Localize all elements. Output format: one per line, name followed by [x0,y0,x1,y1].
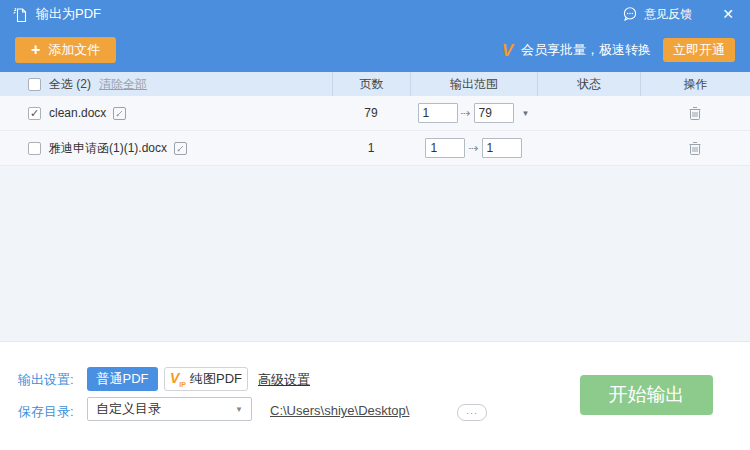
pdf-export-icon [12,6,29,23]
caret-down-icon[interactable]: ▼ [522,109,530,118]
edit-icon[interactable] [113,107,126,120]
caret-down-icon: ▼ [235,405,243,414]
range-arrow-icon: ⇢ [461,106,471,120]
output-settings-label: 输出设置: [18,371,74,389]
titlebar: 输出为PDF 意见反馈 ✕ [0,0,750,28]
export-pdf-window: 输出为PDF 意见反馈 ✕ + 添加文件 V 会员享批量，极速转换 立即开通 [0,0,750,450]
page-count: 1 [332,131,410,165]
vip-badge-icon: VIP [170,371,186,388]
column-header-pages: 页数 [332,72,410,96]
vip-promo-text: 会员享批量，极速转换 [521,41,651,59]
save-dir-label: 保存目录: [18,403,74,421]
delete-button[interactable] [688,106,702,121]
image-pdf-label: 纯图PDF [190,370,242,388]
column-header-status: 状态 [537,72,640,96]
status-cell [537,131,640,165]
save-dir-value: 自定义目录 [96,400,161,418]
browse-button[interactable]: ··· [457,404,487,421]
table-row: clean.docx 79 ⇢ ▼ [0,96,750,131]
clear-all-link[interactable]: 清除全部 [99,76,147,93]
range-from-input[interactable] [418,103,458,123]
table-header: 全选 (2) 清除全部 页数 输出范围 状态 操作 [0,72,750,96]
start-output-button[interactable]: 开始输出 [580,375,713,415]
save-dir-select[interactable]: 自定义目录 ▼ [87,397,252,421]
feedback-bubble-icon [622,6,638,22]
range-from-input[interactable] [425,138,465,158]
image-pdf-button[interactable]: VIP 纯图PDF [164,367,248,391]
toolbar: + 添加文件 V 会员享批量，极速转换 立即开通 [0,28,750,72]
add-file-label: 添加文件 [48,41,100,59]
vip-icon: V [502,42,513,59]
range-to-input[interactable] [474,103,514,123]
add-file-button[interactable]: + 添加文件 [15,37,116,63]
range-arrow-icon: ⇢ [468,141,478,155]
file-name: clean.docx [49,106,106,120]
window-title: 输出为PDF [36,5,101,23]
range-to-input[interactable] [482,138,522,158]
select-all-label: 全选 (2) [49,76,91,93]
activate-vip-button[interactable]: 立即开通 [663,38,735,62]
file-name: 雅迪申请函(1)(1).docx [49,140,167,157]
feedback-button[interactable]: 意见反馈 [616,6,692,23]
status-cell [537,96,640,130]
select-all-checkbox[interactable] [28,78,41,91]
edit-icon[interactable] [174,142,187,155]
column-header-action: 操作 [640,72,750,96]
settings-panel: 输出设置: 普通PDF VIP 纯图PDF 高级设置 保存目录: 自定义目录 ▼… [0,341,750,450]
page-count: 79 [332,96,410,130]
table-row: 雅迪申请函(1)(1).docx 1 ⇢ [0,131,750,166]
column-header-range: 输出范围 [410,72,537,96]
close-icon[interactable]: ✕ [718,5,738,23]
file-list-empty-area [0,166,750,341]
normal-pdf-button[interactable]: 普通PDF [87,367,158,391]
feedback-label: 意见反馈 [644,6,692,23]
delete-button[interactable] [688,141,702,156]
save-path-link[interactable]: C:\Users\shiye\Desktop\ [270,403,409,418]
row-checkbox[interactable] [28,142,41,155]
row-checkbox[interactable] [28,107,41,120]
advanced-settings-link[interactable]: 高级设置 [258,371,310,389]
plus-icon: + [31,42,40,58]
